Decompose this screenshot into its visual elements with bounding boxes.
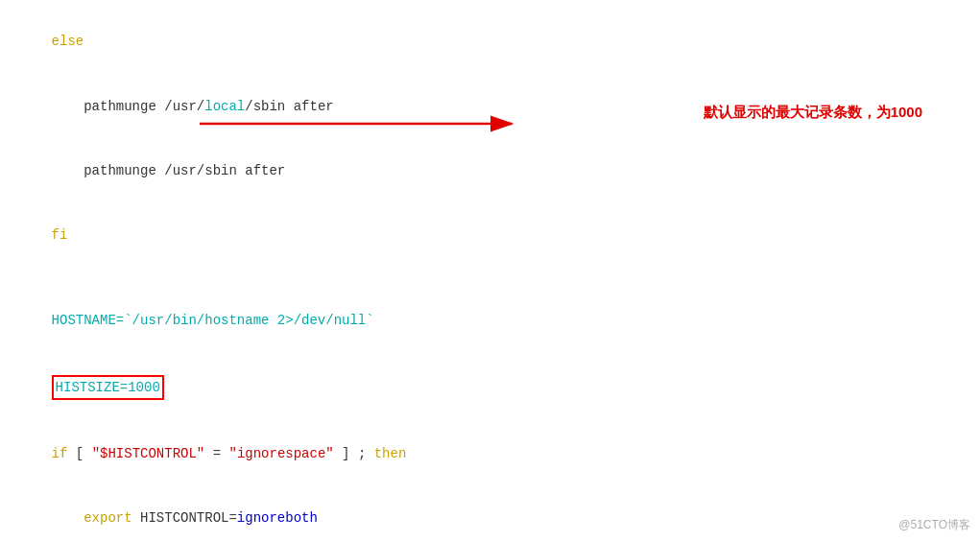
code-line-histsize: HISTSIZE=1000 — [19, 353, 961, 421]
code-line-export1: export HISTCONTROL=ignoreboth — [19, 486, 961, 541]
annotation-text: 默认显示的最大记录条数，为1000 — [704, 104, 922, 122]
code-line-if1: if [ "$HISTCONTROL" = "ignorespace" ] ; … — [19, 421, 961, 485]
code-line-4: fi — [19, 203, 961, 268]
watermark: @51CTO博客 — [898, 517, 970, 533]
code-line-1: else — [19, 10, 961, 74]
code-line-blank1 — [19, 268, 961, 289]
code-line-3: pathmunge /usr/sbin after — [19, 138, 961, 202]
arrow-annotation — [200, 109, 526, 138]
code-line-hostname: HOSTNAME=`/usr/bin/hostname 2>/dev/null` — [19, 289, 961, 353]
code-block: else pathmunge /usr/local/sbin after pat… — [0, 0, 980, 541]
